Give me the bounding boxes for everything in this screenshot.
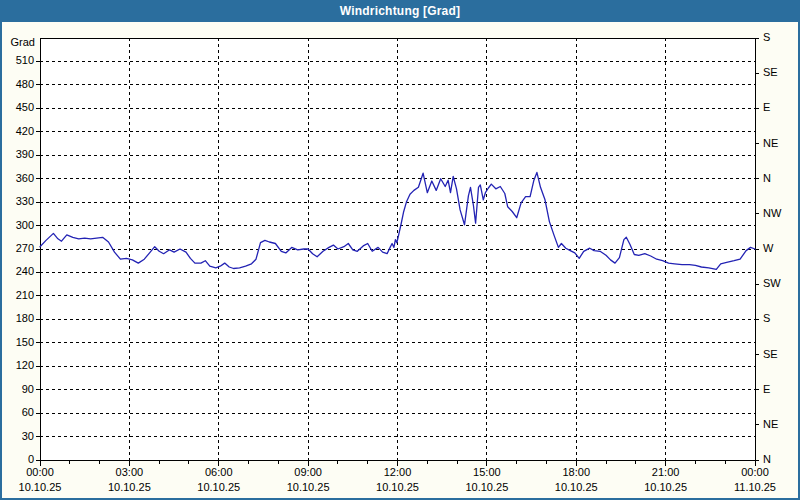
y-tick-label-left: 180	[16, 312, 34, 325]
y-tick-label-left: 300	[16, 219, 34, 232]
y-axis-unit-label: Grad	[11, 36, 35, 49]
y-tick-label-left: 210	[16, 289, 34, 302]
y-tick-label-left: 390	[16, 148, 34, 161]
x-tick-date-label: 10.10.25	[546, 481, 606, 494]
x-tick-date-label: 10.10.25	[189, 481, 249, 494]
y-tick-label-right: S	[763, 312, 770, 325]
y-tick-label-left: 270	[16, 242, 34, 255]
x-tick-time-label: 06:00	[194, 466, 244, 479]
x-tick-time-label: 09:00	[283, 466, 333, 479]
y-tick-label-left: 30	[22, 430, 34, 443]
y-tick-label-left: 510	[16, 54, 34, 67]
y-tick-label-right: SW	[763, 277, 781, 290]
y-tick-label-left: 90	[22, 383, 34, 396]
x-tick-time-label: 21:00	[641, 466, 691, 479]
y-tick-label-right: E	[763, 101, 770, 114]
y-tick-label-right: W	[763, 242, 773, 255]
y-tick-label-left: 150	[16, 336, 34, 349]
x-tick-date-label: 10.10.25	[99, 481, 159, 494]
x-tick-time-label: 00:00	[730, 466, 780, 479]
x-tick-date-label: 11.10.25	[725, 481, 785, 494]
app-window: Windrichtung [Grad] Grad 030609012015018…	[0, 0, 800, 500]
y-tick-label-right: SE	[763, 66, 778, 79]
y-tick-label-right: NW	[763, 207, 781, 220]
y-tick-label-left: 0	[28, 453, 34, 466]
y-tick-label-left: 420	[16, 125, 34, 138]
y-tick-label-left: 480	[16, 78, 34, 91]
x-tick-date-label: 10.10.25	[457, 481, 517, 494]
x-tick-time-label: 00:00	[15, 466, 65, 479]
y-tick-label-left: 330	[16, 195, 34, 208]
x-tick-time-label: 03:00	[104, 466, 154, 479]
y-tick-label-left: 360	[16, 172, 34, 185]
y-tick-label-left: 450	[16, 101, 34, 114]
y-tick-label-left: 60	[22, 406, 34, 419]
x-tick-date-label: 10.10.25	[368, 481, 428, 494]
x-tick-date-label: 10.10.25	[636, 481, 696, 494]
y-tick-label-right: NE	[763, 418, 778, 431]
y-tick-label-right: N	[763, 453, 771, 466]
x-tick-time-label: 12:00	[373, 466, 423, 479]
y-tick-label-right: N	[763, 172, 771, 185]
y-tick-label-left: 240	[16, 265, 34, 278]
y-tick-label-right: S	[763, 31, 770, 44]
x-tick-date-label: 10.10.25	[278, 481, 338, 494]
x-tick-date-label: 10.10.25	[10, 481, 70, 494]
y-tick-label-right: SE	[763, 348, 778, 361]
x-tick-time-label: 15:00	[462, 466, 512, 479]
x-tick-time-label: 18:00	[551, 466, 601, 479]
wind-direction-chart	[0, 0, 800, 500]
y-tick-label-right: NE	[763, 137, 778, 150]
y-tick-label-left: 120	[16, 359, 34, 372]
y-tick-label-right: E	[763, 383, 770, 396]
